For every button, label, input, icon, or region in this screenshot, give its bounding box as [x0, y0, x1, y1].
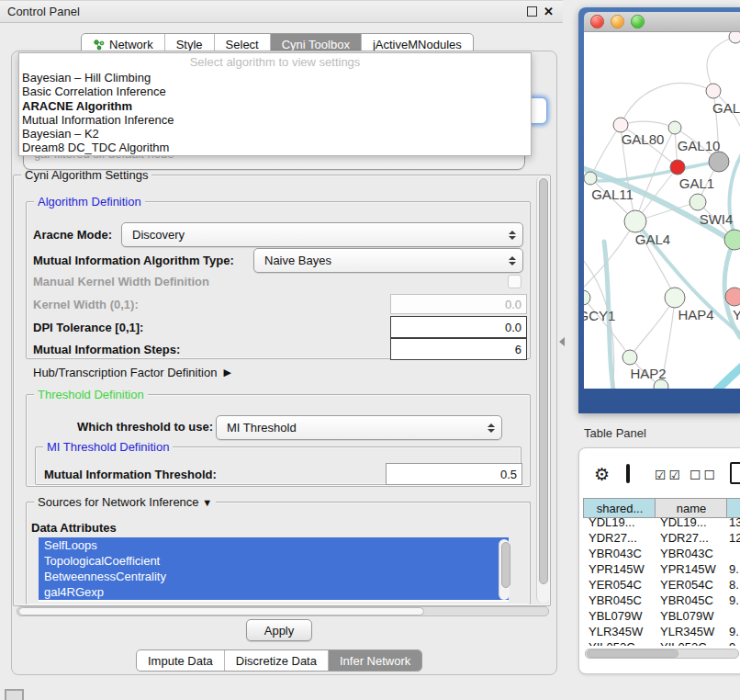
settings-horizontal-scrollbar-thumb[interactable] [18, 607, 424, 615]
table-cell: 9. [729, 593, 739, 607]
network-node[interactable] [622, 350, 637, 365]
table-cell: 8. [729, 578, 739, 592]
stepper-icon [509, 255, 516, 266]
algorithm-option-bayesian-hill-climbing[interactable]: Bayesian – Hill Climbing [19, 71, 531, 85]
minimize-window-icon[interactable] [611, 15, 624, 28]
network-node[interactable] [613, 118, 628, 132]
zoom-window-icon[interactable] [631, 15, 645, 28]
table-row[interactable]: YDR27...YDR27...12 [579, 531, 740, 547]
settings-vertical-scrollbar[interactable] [536, 176, 549, 603]
document-icon[interactable] [730, 462, 740, 484]
attribute-item-topologicalcoefficient[interactable]: TopologicalCoefficient [39, 553, 509, 569]
sources-title: Sources for Network Inference ▼ [34, 495, 216, 509]
algorithm-dropdown[interactable]: Select algorithm to view settings Bayesi… [18, 52, 532, 156]
table-cell: 9 [729, 640, 735, 646]
table-row[interactable]: YBR045CYBR045C9. [579, 593, 740, 609]
table-cell: YER054C [660, 578, 713, 592]
unchecked-boxes-icon[interactable]: ☐☐ [690, 468, 718, 482]
tab-label: Select [226, 38, 259, 51]
network-canvas[interactable]: GALGAL80GAL10GAL11GAL1SWI4GAL4GCY1HAP4YH… [584, 32, 740, 389]
float-panel-icon[interactable] [527, 6, 537, 17]
hub-definition-toggle[interactable]: Hub/Transcription Factor Definition ▶ [33, 364, 231, 380]
table-row[interactable]: YDL19...YDL19...13 [579, 515, 740, 531]
network-node[interactable] [665, 288, 685, 308]
table-row[interactable]: YPR145WYPR145W9. [579, 562, 740, 578]
network-window-titlebar[interactable] [584, 12, 740, 32]
table-row[interactable]: YLR345WYLR345W9. [579, 625, 740, 640]
dpi-tolerance-field[interactable]: 0.0 [390, 316, 527, 338]
tab-impute-data[interactable]: Impute Data [137, 650, 224, 671]
network-node[interactable] [729, 32, 740, 43]
attribute-list-scrollbar[interactable] [499, 539, 510, 600]
minimized-panel-icon[interactable] [5, 689, 24, 700]
dpi-tolerance-value: 0.0 [505, 321, 521, 334]
table-cell: YBR043C [589, 547, 642, 560]
network-node[interactable] [690, 194, 706, 210]
mi-threshold-group-title: MI Threshold Definition [43, 440, 173, 454]
algorithm-option-dream8-dc-tdc-algorithm[interactable]: Dream8 DC_TDC Algorithm [19, 141, 531, 154]
splitter-collapse-icon[interactable] [559, 337, 565, 346]
tab-discretize-data[interactable]: Discretize Data [224, 650, 328, 671]
node-label-gal80: GAL80 [622, 131, 665, 147]
settings-vertical-scrollbar-thumb[interactable] [539, 178, 548, 584]
network-node[interactable] [624, 210, 646, 232]
table-row[interactable]: YBR043CYBR043C [579, 547, 740, 562]
node-label-gal10: GAL10 [678, 138, 721, 153]
tab-label: Network [109, 38, 153, 51]
aracne-mode-combo[interactable]: Discovery [121, 222, 523, 247]
network-node[interactable] [724, 230, 740, 250]
mi-threshold-field[interactable]: 0.5 [386, 463, 522, 485]
table-rows[interactable]: YDL19...YDL19...13YDR27...YDR27...12YBR0… [579, 515, 740, 646]
mi-type-combo[interactable]: Naive Bayes [253, 248, 523, 273]
mi-threshold-label: Mutual Information Threshold: [44, 464, 217, 484]
mi-type-label: Mutual Information Algorithm Type: [33, 249, 234, 271]
network-node[interactable] [584, 172, 597, 185]
table-row[interactable]: YER054CYER054C8. [579, 578, 740, 593]
gear-icon[interactable]: ⚙ [594, 464, 610, 484]
attribute-item-betweennesscentrality[interactable]: BetweennessCentrality [39, 569, 509, 584]
tab-infer-network[interactable]: Infer Network [328, 650, 421, 671]
network-node[interactable] [709, 152, 729, 172]
algorithm-option-mutual-information-inference[interactable]: Mutual Information Inference [19, 113, 531, 127]
algorithm-option-aracne-algorithm[interactable]: ARACNE Algorithm [19, 99, 531, 113]
close-window-icon[interactable] [590, 15, 604, 28]
table-row[interactable]: YBL079WYBL079W [579, 609, 740, 625]
network-node[interactable] [725, 288, 740, 306]
attribute-list-scrollbar-thumb[interactable] [501, 542, 510, 588]
mi-steps-field[interactable]: 6 [390, 338, 527, 360]
node-label-gal1: GAL1 [679, 175, 714, 191]
which-threshold-combo[interactable]: MI Threshold [216, 415, 502, 440]
data-attributes-list[interactable]: SelfLoopsTopologicalCoefficientBetweenne… [39, 537, 509, 602]
algorithm-option-basic-correlation-inference[interactable]: Basic Correlation Inference [19, 85, 531, 98]
table-horizontal-scrollbar[interactable] [585, 649, 739, 659]
table-cell: YDR27... [660, 531, 709, 545]
table-cell: YDR27... [589, 531, 637, 545]
kernel-width-field[interactable]: 0.0 [390, 294, 527, 314]
threshold-definition-title: Threshold Definition [34, 388, 148, 401]
attribute-item-selfloops[interactable]: SelfLoops [39, 537, 509, 553]
bottom-tab-bar: Impute DataDiscretize DataInfer Network [136, 649, 422, 672]
network-node[interactable] [670, 160, 685, 175]
network-node[interactable] [706, 84, 721, 98]
table-row[interactable]: YIL052CYIL052C9 [579, 640, 740, 646]
apply-button[interactable]: Apply [246, 619, 312, 641]
manual-kernel-checkbox[interactable] [508, 275, 521, 288]
network-edge[interactable] [621, 121, 675, 128]
close-panel-icon[interactable]: ✕ [544, 6, 554, 17]
network-node[interactable] [668, 121, 681, 134]
algorithm-option-bayesian-k2[interactable]: Bayesian – K2 [19, 127, 531, 141]
network-edge[interactable] [692, 356, 740, 389]
kernel-width-label: Kernel Width (0,1): [33, 295, 139, 313]
attribute-item-gal4rgexp[interactable]: gal4RGexp [39, 584, 509, 600]
kernel-width-value: 0.0 [505, 298, 521, 311]
network-edge[interactable] [621, 84, 713, 125]
network-node[interactable] [584, 290, 590, 305]
tab-label: jActiveMNodules [373, 38, 462, 51]
network-edge[interactable] [707, 37, 735, 91]
checked-boxes-icon[interactable]: ☑☑ [655, 468, 683, 482]
expanded-arrow-icon[interactable]: ▼ [202, 497, 212, 508]
split-columns-icon[interactable] [626, 464, 630, 483]
settings-horizontal-scrollbar[interactable] [17, 606, 549, 616]
sources-title-text: Sources for Network Inference [38, 495, 199, 509]
table-horizontal-scrollbar-thumb[interactable] [587, 649, 678, 658]
